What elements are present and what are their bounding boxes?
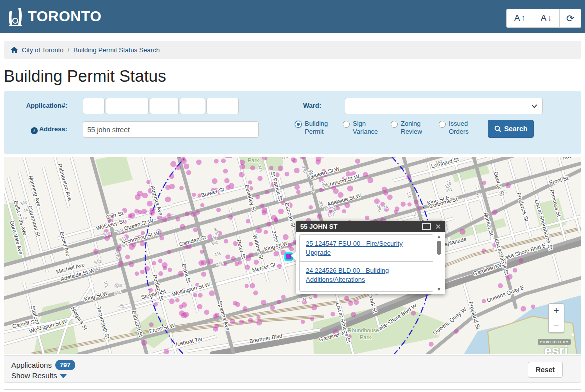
permit-dot[interactable] <box>521 306 526 312</box>
permit-dot[interactable] <box>125 255 130 260</box>
permit-dot[interactable] <box>429 342 434 347</box>
permit-dot[interactable] <box>118 261 123 267</box>
permit-dot[interactable] <box>347 185 353 191</box>
permit-dot[interactable] <box>482 249 486 253</box>
permit-dot[interactable] <box>204 310 209 315</box>
permit-dot[interactable] <box>195 210 200 215</box>
permit-dot[interactable] <box>283 234 289 240</box>
permit-dot[interactable] <box>230 319 235 324</box>
info-icon[interactable]: i <box>31 127 38 134</box>
zoom-out-button[interactable]: − <box>549 318 564 332</box>
permit-dot[interactable] <box>258 176 263 181</box>
application-field-3[interactable] <box>150 98 179 114</box>
permit-dot[interactable] <box>224 239 228 243</box>
permit-dot[interactable] <box>231 256 236 261</box>
permit-dot[interactable] <box>117 246 122 251</box>
permit-dot[interactable] <box>411 311 416 316</box>
application-field-1[interactable] <box>83 98 105 114</box>
permit-link-2[interactable]: 24 224526 BLD 00 - Building Additions/Al… <box>306 267 389 283</box>
permit-dot[interactable] <box>192 193 196 197</box>
radio-zoning-review[interactable]: Zoning Review <box>391 120 439 136</box>
permit-dot[interactable] <box>191 212 196 217</box>
permit-dot[interactable] <box>454 329 459 334</box>
permit-dot[interactable] <box>294 185 300 190</box>
permit-dot[interactable] <box>200 250 204 254</box>
permit-dot[interactable] <box>274 251 279 257</box>
permit-dot[interactable] <box>184 164 189 169</box>
permit-dot[interactable] <box>355 159 360 164</box>
radio-circle[interactable] <box>391 121 398 128</box>
permit-dot[interactable] <box>165 196 171 202</box>
permit-dot[interactable] <box>365 216 369 220</box>
radio-issued-orders[interactable]: Issued Orders <box>439 120 487 136</box>
permit-dot[interactable] <box>135 194 141 200</box>
permit-dot[interactable] <box>265 190 269 194</box>
permit-dot[interactable] <box>482 299 486 303</box>
permit-dot[interactable] <box>331 312 335 316</box>
application-field-5[interactable] <box>206 98 239 114</box>
close-icon[interactable]: ✕ <box>435 223 441 230</box>
permit-dot[interactable] <box>129 212 135 218</box>
permit-dot[interactable] <box>260 203 264 207</box>
address-input[interactable] <box>83 121 259 138</box>
permit-dot[interactable] <box>417 206 422 211</box>
permit-dot[interactable] <box>129 244 135 250</box>
permit-dot[interactable] <box>277 264 282 269</box>
permit-dot[interactable] <box>228 215 233 220</box>
radio-building-permit[interactable]: Building Permit <box>295 120 343 136</box>
permit-dot[interactable] <box>255 195 260 199</box>
application-field-2[interactable] <box>106 98 149 114</box>
permit-dot[interactable] <box>158 259 163 263</box>
permit-dot[interactable] <box>277 300 281 304</box>
permit-dot[interactable] <box>246 219 250 223</box>
permit-dot[interactable] <box>253 291 258 296</box>
permit-dot[interactable] <box>141 209 147 214</box>
toronto-logo[interactable]: TORONTO <box>7 6 101 27</box>
permit-dot[interactable] <box>179 310 185 316</box>
permit-dot[interactable] <box>239 172 244 177</box>
permit-dot[interactable] <box>165 185 170 190</box>
permit-dot[interactable] <box>129 262 134 267</box>
map[interactable]: Queen St WQueen St WRichmond St WRichmon… <box>4 157 581 354</box>
permit-dot[interactable] <box>256 320 262 325</box>
permit-dot[interactable] <box>198 293 203 298</box>
permit-dot[interactable] <box>179 186 184 190</box>
permit-dot[interactable] <box>243 306 248 311</box>
permit-dot[interactable] <box>235 261 239 266</box>
permit-dot[interactable] <box>175 298 179 302</box>
permit-dot[interactable] <box>278 209 284 214</box>
permit-dot[interactable] <box>149 322 154 327</box>
zoom-in-button[interactable]: + <box>549 304 564 318</box>
permit-dot[interactable] <box>213 327 218 332</box>
permit-dot[interactable] <box>256 227 262 233</box>
permit-dot[interactable] <box>140 270 145 274</box>
permit-dot[interactable] <box>387 195 393 200</box>
permit-dot[interactable] <box>492 209 498 215</box>
permit-dot[interactable] <box>278 166 283 171</box>
permit-dot[interactable] <box>207 259 213 265</box>
permit-dot[interactable] <box>351 312 356 317</box>
radio-circle[interactable] <box>439 121 446 128</box>
permit-dot[interactable] <box>245 264 250 270</box>
radio-circle[interactable] <box>295 121 302 128</box>
permit-dot[interactable] <box>164 349 169 354</box>
permit-dot[interactable] <box>228 183 234 189</box>
permit-dot[interactable] <box>348 301 353 306</box>
permit-dot[interactable] <box>257 316 261 320</box>
show-results-toggle[interactable]: Show Results <box>11 371 67 380</box>
permit-dot[interactable] <box>186 170 191 175</box>
permit-dot[interactable] <box>149 210 155 216</box>
permit-dot[interactable] <box>460 229 466 235</box>
permit-dot[interactable] <box>93 249 98 254</box>
permit-dot[interactable] <box>216 208 221 212</box>
permit-dot[interactable] <box>233 301 238 306</box>
permit-dot[interactable] <box>498 283 503 288</box>
permit-dot[interactable] <box>506 183 511 188</box>
permit-dot[interactable] <box>261 300 266 305</box>
scroll-down-icon[interactable]: ▼ <box>437 287 442 292</box>
permit-dot[interactable] <box>382 187 387 192</box>
permit-link-1[interactable]: 25 124547 FSU 00 - Fire/Security Upgrade <box>306 240 403 256</box>
search-button[interactable]: Search <box>488 120 534 138</box>
permit-dot[interactable] <box>185 212 190 217</box>
permit-dot[interactable] <box>212 178 217 184</box>
